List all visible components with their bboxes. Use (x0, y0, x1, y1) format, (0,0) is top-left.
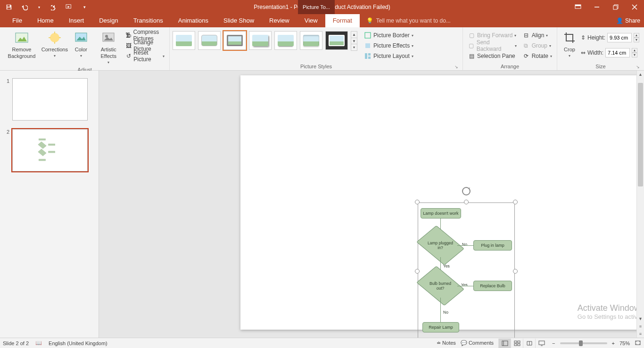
slide-sorter-view-button[interactable] (511, 339, 523, 348)
handle-tl[interactable] (415, 200, 420, 204)
status-language[interactable]: English (United Kingdom) (49, 340, 107, 346)
remove-background-button[interactable]: Remove Background (3, 29, 41, 60)
color-icon (74, 30, 89, 45)
share-button[interactable]: 👤 Share (616, 14, 640, 27)
tab-animations[interactable]: Animations (171, 14, 216, 27)
height-input[interactable] (607, 33, 632, 42)
tell-me-search[interactable]: 💡 Tell me what you want to do... (366, 14, 451, 27)
handle-tm[interactable] (464, 200, 469, 204)
fit-to-window-button[interactable] (635, 340, 641, 347)
rotate-handle[interactable] (462, 186, 471, 196)
slide-thumb-2[interactable] (12, 129, 88, 171)
flowchart-action-1: Plug in lamp (473, 240, 512, 251)
zoom-in-button[interactable]: + (612, 340, 615, 346)
share-icon: 👤 (616, 14, 623, 27)
style-thumb-6[interactable] (300, 31, 322, 50)
picture-layout-button[interactable]: Picture Layout ▾ (362, 51, 415, 61)
save-icon[interactable] (5, 3, 13, 11)
reset-picture-button[interactable]: ↺Reset Picture ▾ (124, 51, 166, 61)
tab-format[interactable]: Format (325, 14, 360, 27)
send-backward-button: ▢Send Backward ▾ (466, 40, 519, 51)
title-bar: ▾ ▾ Presentation1 - PowerPoint (Product … (0, 0, 644, 14)
vertical-scrollbar[interactable]: ▲ ▼ ≡ ≡ (636, 71, 644, 338)
prev-slide-icon[interactable]: ≡ (637, 323, 644, 330)
slideshow-view-button[interactable] (535, 339, 547, 348)
normal-view-button[interactable] (498, 339, 511, 348)
svg-rect-7 (613, 6, 617, 9)
width-input[interactable] (605, 48, 630, 57)
ribbon-tabs: File Home Insert Design Transitions Anim… (0, 14, 644, 27)
ribbon-display-options-icon[interactable] (569, 0, 587, 14)
comments-button[interactable]: 💬 Comments (461, 340, 494, 346)
restore-button[interactable] (606, 0, 625, 14)
crop-button[interactable]: Crop▾ (560, 29, 579, 60)
tab-home[interactable]: Home (30, 14, 61, 27)
status-slide[interactable]: Slide 2 of 2 (3, 340, 29, 346)
slide-thumb-1[interactable] (12, 78, 88, 121)
slide-panel[interactable]: 1 2 (0, 71, 99, 338)
tab-design[interactable]: Design (91, 14, 125, 27)
flowchart-line-4 (457, 286, 473, 286)
zoom-level[interactable]: 75% (619, 340, 630, 346)
qat-customize-icon[interactable]: ▾ (80, 3, 89, 11)
height-control[interactable]: ⇕ Height: ▲▼ (581, 31, 639, 44)
style-thumb-2[interactable] (198, 31, 221, 50)
style-thumb-4[interactable] (249, 31, 272, 50)
picture-styles-launcher-icon[interactable]: ↘ (454, 65, 459, 69)
notes-button[interactable]: ≐ Notes (437, 340, 456, 346)
handle-tr[interactable] (513, 200, 518, 204)
size-launcher-icon[interactable]: ↘ (636, 65, 640, 69)
flowchart-line-5 (440, 298, 441, 322)
scroll-down-icon[interactable]: ▼ (637, 315, 644, 323)
width-spinner[interactable]: ▲▼ (632, 48, 637, 57)
spellcheck-icon[interactable]: 📖 (35, 340, 42, 346)
style-thumb-1[interactable] (173, 31, 195, 50)
style-thumb-5[interactable] (274, 31, 297, 50)
gallery-more-icon[interactable]: ▾ (351, 44, 357, 50)
rotate-button[interactable]: ⟳Rotate ▾ (520, 51, 554, 61)
tab-review[interactable]: Review (262, 14, 297, 27)
undo-icon[interactable] (20, 3, 28, 11)
align-button[interactable]: ⊟Align ▾ (520, 30, 554, 40)
group-picture-styles: ▲▼▾ Picture Border ▾ Picture Effects ▾ P… (170, 27, 463, 70)
selected-picture[interactable]: Lamp doesn't work Lamp plugged in? No Pl… (418, 202, 515, 338)
handle-ml[interactable] (415, 269, 420, 274)
slide-thumb-1-wrap[interactable]: 1 (5, 78, 94, 121)
style-thumb-3[interactable] (223, 31, 246, 50)
zoom-slider[interactable] (560, 342, 607, 344)
color-button[interactable]: Color▾ (69, 29, 93, 60)
next-slide-icon[interactable]: ≡ (637, 330, 644, 338)
start-from-beginning-icon[interactable] (65, 3, 74, 11)
corrections-button[interactable]: Corrections▾ (42, 29, 67, 60)
picture-effects-label: Picture Effects (373, 42, 410, 49)
height-spinner[interactable]: ▲▼ (634, 33, 639, 42)
scroll-up-icon[interactable]: ▲ (637, 71, 644, 78)
gallery-down-icon[interactable]: ▼ (351, 38, 357, 45)
picture-effects-button[interactable]: Picture Effects ▾ (362, 40, 415, 51)
gallery-up-icon[interactable]: ▲ (351, 32, 357, 38)
picture-styles-gallery[interactable]: ▲▼▾ (173, 29, 357, 51)
style-thumb-7[interactable] (325, 31, 348, 50)
tab-view[interactable]: View (297, 14, 325, 27)
width-control[interactable]: ⇔ Width: ▲▼ (581, 46, 639, 59)
redo-icon[interactable] (50, 3, 58, 11)
handle-mr[interactable] (513, 269, 518, 274)
editor-area[interactable]: Activate Windows Go to Settings to activ… (99, 71, 644, 338)
zoom-thumb[interactable] (579, 340, 583, 346)
selection-pane-button[interactable]: ▤Selection Pane (466, 51, 519, 61)
picture-border-button[interactable]: Picture Border ▾ (362, 30, 415, 40)
zoom-out-button[interactable]: − (552, 340, 555, 346)
undo-dropdown-icon[interactable]: ▾ (35, 3, 43, 11)
group-icon: ⧉ (522, 42, 530, 49)
scroll-thumb[interactable] (638, 83, 643, 186)
close-button[interactable] (625, 0, 644, 14)
artistic-effects-button[interactable]: Artistic Effects▾ (95, 29, 122, 67)
minimize-button[interactable] (587, 0, 606, 14)
tab-file[interactable]: File (5, 14, 30, 27)
reading-view-button[interactable] (523, 339, 535, 348)
gallery-scroll[interactable]: ▲▼▾ (351, 31, 357, 51)
slide-thumb-2-wrap[interactable]: 2 (5, 129, 94, 171)
tab-insert[interactable]: Insert (61, 14, 92, 27)
tab-transitions[interactable]: Transitions (126, 14, 171, 27)
tab-slideshow[interactable]: Slide Show (216, 14, 262, 27)
